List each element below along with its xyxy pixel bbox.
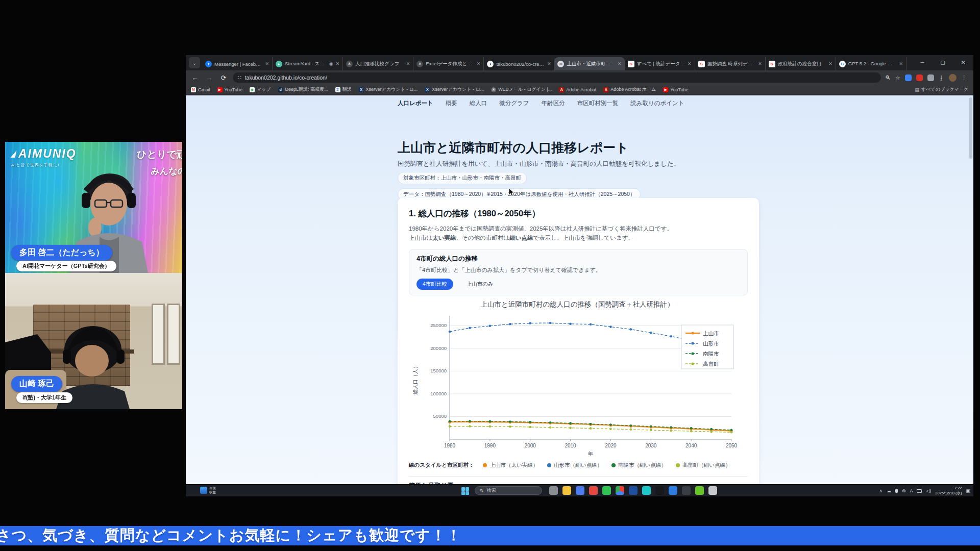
tab-close-icon[interactable]: ✕ — [758, 61, 762, 66]
notification-icon[interactable]: ▣ — [966, 488, 970, 493]
onedrive-cloud-icon[interactable]: ☁ — [887, 488, 891, 493]
taskbar-search[interactable]: 🔍︎ 検索 — [475, 486, 542, 495]
legend-item: 山形市（細い点線） — [547, 462, 602, 469]
page-nav-link[interactable]: 微分グラフ — [499, 99, 529, 107]
browser-tab[interactable]: Sすべて | 統計データを探す | 統計✕ — [625, 57, 695, 70]
y-axis-label: 総人口（人） — [412, 364, 418, 395]
microphone-icon[interactable] — [895, 489, 898, 493]
line-app-icon[interactable] — [602, 486, 611, 495]
bookmark-label: Gmail — [198, 87, 210, 92]
ime-indicator[interactable]: A — [910, 488, 913, 493]
browser-tab[interactable]: ◖takubon0202/co-creation✕ — [484, 57, 554, 70]
tab-close-icon[interactable]: ✕ — [547, 61, 551, 66]
page-nav-link[interactable]: 年齢区分 — [542, 99, 565, 107]
reload-button[interactable]: ⟳ — [218, 74, 229, 82]
profile-avatar[interactable] — [949, 74, 957, 82]
speaker1-role-badge: AI開花マーケター（GPTs研究会） — [16, 261, 116, 271]
tab-close-icon[interactable]: ✕ — [828, 61, 832, 66]
chevron-down-icon[interactable]: ⌄ — [189, 57, 200, 68]
browser-tab[interactable]: ▸StreamYard - スタジオ◉✕ — [273, 57, 343, 70]
page-nav-link[interactable]: 読み取りのポイント — [630, 99, 684, 107]
close-button[interactable]: ✕ — [953, 55, 973, 69]
browser-tab[interactable]: ✳人口推移比較グラフ✕ — [343, 57, 413, 70]
line-style-legend: 線のスタイルと市区町村： 上山市（太い実線）山形市（細い点線）南陽市（細い点線）… — [409, 462, 748, 469]
xserver-icon: X — [359, 87, 364, 92]
tab-title: GPT 5.2 - Google 検索 — [848, 61, 897, 67]
back-button[interactable]: ← — [190, 74, 200, 82]
kebab-menu-icon[interactable]: ⋮ — [961, 74, 967, 81]
x-tick-label: 1990 — [484, 443, 496, 448]
browser-tab[interactable]: S国勢調査 時系列データ 男女✕ — [695, 57, 766, 70]
download-icon[interactable]: ⭳ — [939, 74, 944, 81]
all-bookmarks-button[interactable]: ▤すべてのブックマーク — [915, 86, 968, 93]
taskbar-widget[interactable]: 今後収益 — [200, 486, 216, 495]
speaker1-name-badge: 多田 啓二（ただっち） — [11, 245, 112, 261]
bookmark-item[interactable]: MGmail — [191, 87, 210, 92]
extension-icon[interactable] — [916, 74, 923, 81]
settings-gear-icon[interactable] — [708, 486, 717, 495]
site-info-icon[interactable]: ∷ — [238, 74, 241, 81]
bookmark-item[interactable]: XXserverアカウント - ロ... — [425, 86, 484, 93]
bookmark-item[interactable]: ▶YouTube — [663, 87, 688, 92]
bookmark-item[interactable]: ▶YouTube — [217, 87, 242, 92]
legend-dot — [611, 463, 616, 467]
taskbar-clock[interactable]: 7:22 2025/12/10 (水) — [935, 486, 962, 496]
tray-chevron-icon[interactable]: ∧ — [879, 488, 883, 493]
tab-close-icon[interactable]: ✕ — [477, 61, 481, 66]
bookmark-item[interactable]: ◉マップ — [250, 86, 271, 93]
page-subtitle: 国勢調査と社人研推計を用いて、上山市・山形市・南陽市・高畠町の人口動態を可視化し… — [398, 160, 680, 168]
tab-close-icon[interactable]: ✕ — [265, 61, 270, 66]
tab-close-icon[interactable]: ✕ — [406, 61, 410, 66]
mouse-cursor — [508, 188, 516, 197]
minecraft-icon[interactable] — [695, 486, 704, 495]
browser-tab[interactable]: ✳Excelデータ作成と分析✕ — [413, 57, 484, 70]
legend-label: 南陽市（細い点線） — [618, 462, 667, 469]
zoom-icon[interactable]: 🔍︎ — [885, 74, 891, 81]
obs-icon[interactable] — [682, 486, 691, 495]
bookmark-item[interactable]: AAdobe Acrobat ホーム — [603, 86, 656, 93]
bookmark-item[interactable]: 文翻訳 — [335, 86, 352, 93]
tab-close-icon[interactable]: ✕ — [899, 61, 903, 66]
task-view-icon[interactable] — [549, 486, 558, 495]
tab-close-icon[interactable]: ✕ — [618, 61, 622, 66]
photos-app-icon[interactable] — [576, 486, 584, 495]
app-icon-navy[interactable] — [629, 486, 638, 495]
display-icon[interactable] — [917, 489, 922, 493]
bookmark-item[interactable]: ✉WEBメール - ログイン |... — [491, 86, 552, 93]
bookmark-star-icon[interactable]: ☆ — [895, 74, 900, 81]
chart-view-tab[interactable]: 上山市のみ — [460, 279, 500, 290]
youtube-icon: ▶ — [663, 87, 668, 92]
start-button[interactable] — [461, 487, 469, 495]
page-nav-link[interactable]: 概要 — [446, 99, 457, 107]
messenger-app-icon[interactable] — [589, 486, 598, 495]
app-icon-teal[interactable] — [642, 486, 651, 495]
file-explorer-icon[interactable] — [562, 486, 571, 495]
volume-icon[interactable]: ◁) — [926, 488, 931, 493]
browser-tab[interactable]: GGPT 5.2 - Google 検索✕ — [836, 57, 906, 70]
minimize-button[interactable]: ─ — [912, 55, 933, 69]
app-icon-dark[interactable] — [655, 486, 664, 495]
browser-tab[interactable]: ⊕上山市・近隣市町村の人口推移✕ — [554, 57, 624, 70]
chrome-icon[interactable] — [616, 486, 624, 495]
page-nav-brand[interactable]: 人口レポート — [398, 99, 433, 107]
chart-view-tab[interactable]: 4市町比較 — [416, 279, 453, 290]
bookmarks-bar: MGmail▶YouTube◉マップdDeepL翻訳: 高精度...文翻訳XXs… — [186, 85, 973, 95]
tab-title: 政府統計の総合窓口 — [778, 61, 826, 67]
translate-extension-icon[interactable] — [905, 74, 912, 81]
tab-close-icon[interactable]: ✕ — [336, 61, 340, 66]
page-nav-link[interactable]: 市区町村別一覧 — [577, 99, 619, 107]
bookmark-item[interactable]: dDeepL翻訳: 高精度... — [278, 86, 328, 93]
forward-button[interactable]: → — [204, 74, 214, 82]
edge-icon[interactable] — [669, 486, 677, 495]
tray-app-icon[interactable]: ⊗ — [902, 488, 906, 493]
bookmark-item[interactable]: XXserverアカウント - ロ... — [359, 86, 418, 93]
extensions-puzzle-icon[interactable] — [927, 74, 934, 81]
bookmark-item[interactable]: AAdobe Acrobat — [559, 87, 596, 92]
page-scrollbar[interactable] — [969, 97, 972, 159]
maximize-button[interactable]: ▢ — [933, 55, 953, 69]
browser-tab[interactable]: fMessenger | Facebook✕ — [202, 57, 273, 70]
page-nav-link[interactable]: 総人口 — [470, 99, 487, 107]
browser-tab[interactable]: S政府統計の総合窓口✕ — [766, 57, 836, 70]
tab-close-icon[interactable]: ✕ — [688, 61, 692, 66]
address-bar[interactable]: ∷ takubon0202.github.io/co-creation/ — [233, 72, 881, 83]
